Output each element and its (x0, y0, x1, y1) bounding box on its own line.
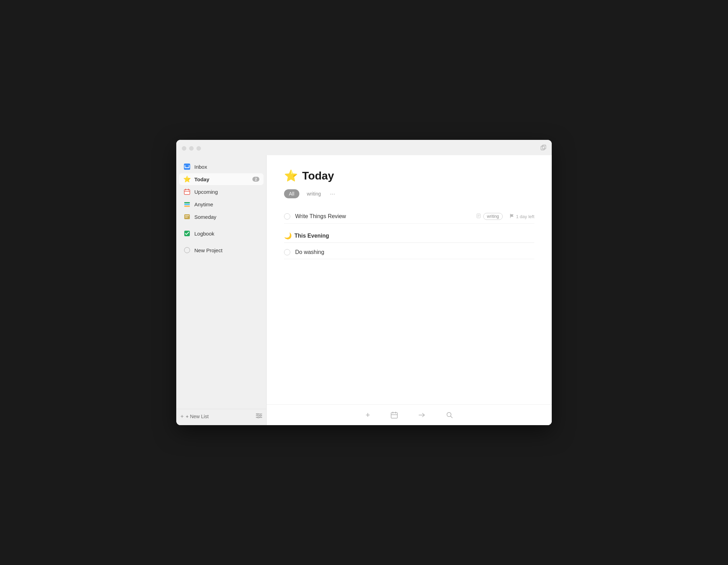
sidebar-item-upcoming[interactable]: Upcoming (179, 186, 264, 198)
task-title: Write Things Review (295, 213, 474, 220)
calendar-view-button[interactable] (391, 412, 398, 419)
task-deadline: 1 day left (503, 214, 534, 219)
app-window: Inbox ⭐ Today 2 (176, 140, 552, 425)
new-list-plus-icon: + (180, 413, 184, 420)
svg-rect-6 (184, 202, 190, 204)
page-title: Today (302, 169, 334, 182)
section-this-evening: 🌙 This Evening (284, 232, 534, 243)
inbox-icon (183, 163, 191, 170)
page-header: ⭐ Today (284, 169, 534, 182)
filter-writing[interactable]: writing (302, 189, 326, 198)
evening-moon-icon: 🌙 (284, 232, 292, 240)
svg-rect-11 (185, 217, 188, 217)
svg-rect-25 (391, 413, 397, 418)
sidebar-item-label: Anytime (194, 201, 259, 207)
sidebar-nav: Inbox ⭐ Today 2 (176, 155, 266, 409)
svg-rect-8 (184, 206, 190, 207)
filter-bar: All writing ··· (284, 189, 534, 198)
today-icon: ⭐ (183, 175, 191, 183)
sidebar-divider (179, 223, 264, 228)
deadline-flag-icon (510, 214, 514, 219)
sidebar-item-logbook[interactable]: Logbook (179, 228, 264, 239)
title-bar (176, 140, 552, 155)
bottom-toolbar: + (267, 404, 552, 425)
main-content: Inbox ⭐ Today 2 (176, 155, 552, 425)
maximize-button[interactable] (196, 146, 201, 151)
new-project-icon (183, 246, 191, 254)
move-button[interactable] (419, 412, 426, 418)
content-area: ⭐ Today All writing ··· Write Things Rev… (267, 155, 552, 404)
task-tag: writing (483, 213, 503, 220)
filter-more-button[interactable]: ··· (329, 190, 337, 198)
sidebar-item-someday[interactable]: Someday (179, 211, 264, 223)
deadline-text: 1 day left (516, 214, 534, 219)
svg-point-13 (184, 247, 190, 253)
task-title-do-washing: Do washing (295, 249, 534, 255)
svg-rect-1 (542, 145, 546, 149)
svg-line-31 (451, 416, 452, 418)
svg-point-17 (257, 413, 258, 415)
sidebar-item-new-project[interactable]: New Project (179, 244, 264, 256)
someday-icon (183, 213, 191, 221)
svg-rect-0 (541, 146, 544, 150)
minimize-button[interactable] (189, 146, 194, 151)
sidebar-footer: + + New List (176, 409, 266, 425)
sidebar-item-label: Someday (194, 214, 259, 220)
sidebar-divider-2 (179, 240, 264, 244)
filter-all[interactable]: All (284, 189, 299, 198)
task-checkbox-do-washing[interactable] (284, 249, 290, 255)
sidebar: Inbox ⭐ Today 2 (176, 155, 267, 425)
upcoming-icon (183, 188, 191, 196)
anytime-icon (183, 200, 191, 208)
main-panel: ⭐ Today All writing ··· Write Things Rev… (267, 155, 552, 425)
today-badge: 2 (252, 177, 259, 182)
sidebar-item-label: Logbook (194, 231, 259, 237)
close-button[interactable] (182, 146, 186, 151)
window-controls (182, 146, 201, 151)
new-list-button[interactable]: + + New List (180, 413, 209, 420)
add-task-button[interactable]: + (366, 411, 370, 420)
page-title-icon: ⭐ (284, 169, 298, 182)
section-title: This Evening (294, 233, 329, 239)
copy-icon[interactable] (541, 145, 546, 152)
sidebar-item-today[interactable]: ⭐ Today 2 (179, 173, 264, 185)
sidebar-item-label: Upcoming (194, 189, 259, 195)
task-note-icon (477, 214, 480, 219)
sidebar-item-inbox[interactable]: Inbox (179, 161, 264, 173)
search-button[interactable] (446, 412, 453, 418)
task-item: Write Things Review writing (284, 209, 534, 224)
svg-point-18 (260, 415, 261, 416)
task-checkbox[interactable] (284, 213, 290, 220)
svg-rect-10 (185, 215, 189, 216)
task-item-do-washing: Do washing (284, 246, 534, 259)
svg-rect-7 (184, 204, 190, 205)
new-list-label: + New List (186, 414, 209, 419)
sidebar-item-new-project-label: New Project (194, 247, 259, 253)
sidebar-item-anytime[interactable]: Anytime (179, 198, 264, 210)
filter-settings-button[interactable] (256, 413, 262, 420)
sidebar-item-label: Today (194, 176, 252, 182)
svg-rect-2 (184, 190, 190, 194)
svg-point-19 (258, 417, 259, 418)
sidebar-item-label: Inbox (194, 164, 259, 170)
logbook-icon (183, 230, 191, 237)
